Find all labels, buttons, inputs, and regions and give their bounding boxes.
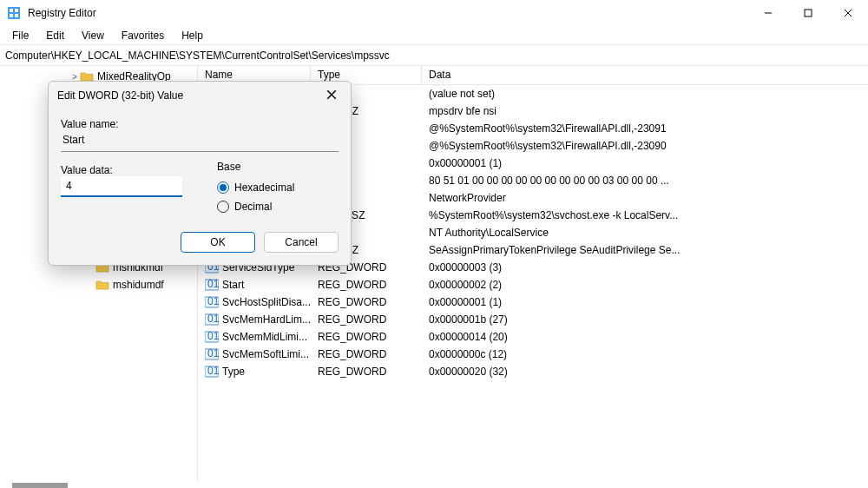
- cell-type: REG_DWORD: [311, 279, 422, 291]
- dialog-close-button[interactable]: [321, 89, 342, 102]
- svg-rect-3: [10, 14, 13, 17]
- cell-data: 80 51 01 00 00 00 00 00 00 00 00 00 03 0…: [422, 175, 868, 187]
- cell-data: @%SystemRoot%\system32\FirewallAPI.dll,-…: [422, 140, 868, 152]
- cell-data: 0x00000003 (3): [422, 261, 868, 274]
- cell-data: NT Authority\LocalService: [422, 227, 868, 239]
- radio-hexadecimal[interactable]: Hexadecimal: [217, 178, 339, 197]
- list-row[interactable]: TypeREG_DWORD0x00000020 (32): [198, 363, 868, 380]
- value-data-label: Value data:: [61, 164, 201, 176]
- cell-name: Start: [198, 278, 311, 292]
- value-icon: [205, 347, 219, 361]
- cell-data: @%SystemRoot%\system32\FirewallAPI.dll,-…: [422, 122, 868, 135]
- tree-item[interactable]: mshidumdf: [0, 276, 197, 293]
- value-icon: [205, 313, 219, 326]
- chevron-icon[interactable]: >: [69, 72, 80, 82]
- maximize-button[interactable]: [788, 0, 828, 26]
- radio-icon: [217, 181, 229, 194]
- value-name-field: Start: [61, 130, 339, 152]
- svg-rect-4: [15, 14, 18, 17]
- edit-dword-dialog: Edit DWORD (32-bit) Value Value name: St…: [48, 81, 352, 266]
- cell-data: 0x00000001 (1): [422, 157, 868, 169]
- ok-button[interactable]: OK: [181, 232, 255, 253]
- app-icon: [7, 6, 21, 20]
- radio-decimal[interactable]: Decimal: [217, 197, 339, 216]
- status-segment: [12, 483, 68, 488]
- cell-name: SvcMemSoftLimi...: [198, 347, 311, 361]
- value-icon: [205, 278, 219, 292]
- cancel-button[interactable]: Cancel: [264, 232, 339, 253]
- cell-type: REG_DWORD: [311, 331, 422, 343]
- column-data[interactable]: Data: [422, 66, 868, 84]
- minimize-button[interactable]: [748, 0, 788, 26]
- svg-rect-2: [15, 9, 18, 12]
- cell-data: NetworkProvider: [422, 192, 868, 204]
- cell-data: mpsdrv bfe nsi: [422, 105, 868, 117]
- list-row[interactable]: SvcMemHardLim...REG_DWORD0x0000001b (27): [198, 311, 868, 328]
- cell-type: REG_DWORD: [311, 348, 422, 360]
- cell-data: 0x00000002 (2): [422, 279, 868, 291]
- cell-data: %SystemRoot%\system32\svchost.exe -k Loc…: [422, 209, 868, 221]
- cell-type: REG_DWORD: [311, 313, 422, 326]
- dialog-title-text: Edit DWORD (32-bit) Value: [57, 89, 321, 102]
- cell-data: 0x0000000c (12): [422, 348, 868, 360]
- cell-data: 0x00000014 (20): [422, 331, 868, 343]
- tree-item-label: mshidumdf: [113, 279, 164, 291]
- svg-rect-6: [805, 10, 812, 16]
- cell-data: 0x00000020 (32): [422, 366, 868, 378]
- radio-icon: [217, 201, 229, 213]
- value-icon: [205, 295, 219, 309]
- menu-edit[interactable]: Edit: [37, 28, 73, 43]
- cell-data: 0x0000001b (27): [422, 313, 868, 326]
- window-controls: [748, 0, 868, 26]
- value-icon: [205, 330, 219, 344]
- close-button[interactable]: [828, 0, 868, 26]
- cell-data: (value not set): [422, 88, 868, 100]
- menu-bar: File Edit View Favorites Help: [0, 26, 868, 45]
- list-row[interactable]: SvcHostSplitDisa...REG_DWORD0x00000001 (…: [198, 293, 868, 311]
- cell-name: SvcMemHardLim...: [198, 313, 311, 326]
- menu-favorites[interactable]: Favorites: [113, 28, 173, 43]
- base-group-label: Base: [217, 161, 339, 173]
- value-icon: [205, 365, 219, 379]
- cell-name: SvcHostSplitDisa...: [198, 295, 311, 309]
- address-bar[interactable]: Computer\HKEY_LOCAL_MACHINE\SYSTEM\Curre…: [0, 45, 868, 66]
- address-path: Computer\HKEY_LOCAL_MACHINE\SYSTEM\Curre…: [5, 49, 390, 62]
- radio-dec-label: Decimal: [234, 201, 272, 213]
- window-title: Registry Editor: [28, 7, 748, 19]
- cell-data: 0x00000001 (1): [422, 296, 868, 308]
- radio-hex-label: Hexadecimal: [234, 181, 294, 194]
- cell-type: REG_DWORD: [311, 366, 422, 378]
- cell-name: Type: [198, 365, 311, 379]
- value-data-input[interactable]: [61, 176, 182, 197]
- status-bar: [0, 481, 868, 488]
- dialog-titlebar[interactable]: Edit DWORD (32-bit) Value: [49, 82, 351, 109]
- svg-rect-1: [10, 9, 13, 12]
- list-row[interactable]: SvcMemMidLimi...REG_DWORD0x00000014 (20): [198, 328, 868, 346]
- list-row[interactable]: SvcMemSoftLimi...REG_DWORD0x0000000c (12…: [198, 346, 868, 363]
- menu-help[interactable]: Help: [173, 28, 212, 43]
- list-row[interactable]: StartREG_DWORD0x00000002 (2): [198, 276, 868, 293]
- menu-view[interactable]: View: [73, 28, 113, 43]
- cell-type: REG_DWORD: [311, 296, 422, 308]
- folder-icon: [95, 279, 109, 291]
- cell-data: SeAssignPrimaryTokenPrivilege SeAuditPri…: [422, 244, 868, 256]
- cell-name: SvcMemMidLimi...: [198, 330, 311, 344]
- value-name-label: Value name:: [61, 118, 339, 130]
- menu-file[interactable]: File: [3, 28, 37, 43]
- title-bar: Registry Editor: [0, 0, 868, 26]
